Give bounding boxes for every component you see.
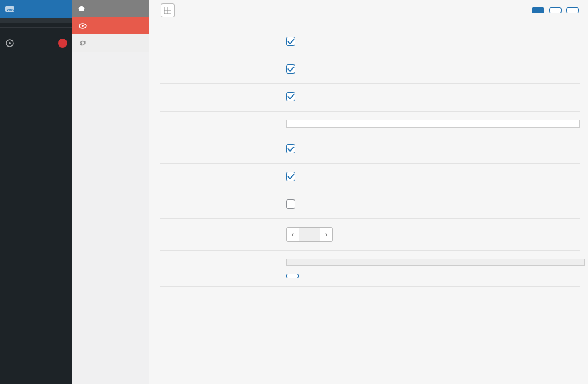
field-attach-email <box>160 84 580 112</box>
home-icon <box>78 5 86 13</box>
settings-sidebar <box>72 0 149 384</box>
field-due-date-days: ‹ › <box>160 219 580 251</box>
seo-icon <box>5 38 15 48</box>
sidebar-item-seo[interactable] <box>0 34 72 52</box>
field-show-customers <box>160 136 580 164</box>
grid-icon <box>164 7 171 14</box>
tax-rates-checkbox[interactable] <box>286 172 295 181</box>
field-attachment-2 <box>160 287 580 303</box>
status-tag-select[interactable] <box>286 120 580 128</box>
settings-content: ‹ › <box>149 0 588 384</box>
show-customers-checkbox[interactable] <box>286 144 295 153</box>
field-attachment-1 <box>160 251 580 287</box>
reset-all-button[interactable] <box>566 7 579 13</box>
content-topbar <box>160 0 580 21</box>
svg-point-5 <box>82 25 84 27</box>
import-export-button[interactable] <box>72 34 149 52</box>
eye-icon <box>79 22 87 30</box>
notification-badge <box>58 39 67 48</box>
reset-section-button[interactable] <box>549 7 562 13</box>
woo-icon: woo <box>5 4 15 14</box>
preview-button[interactable] <box>72 17 149 34</box>
svg-point-3 <box>9 42 11 44</box>
field-create-auto <box>160 56 580 84</box>
create-auto-checkbox[interactable] <box>286 64 295 74</box>
svg-text:woo: woo <box>6 7 14 11</box>
field-tax-rates <box>160 164 580 191</box>
separator <box>0 29 72 32</box>
due-days-stepper: ‹ › <box>286 227 333 242</box>
wp-admin-sidebar: woo <box>0 0 72 384</box>
stepper-decrement[interactable]: ‹ <box>287 228 299 241</box>
enable-checkbox[interactable] <box>286 37 295 46</box>
attach-email-checkbox[interactable] <box>286 92 295 101</box>
tax-before-checkbox[interactable] <box>286 199 295 209</box>
field-email-statuses <box>160 112 580 136</box>
settings-sidebar-head <box>72 0 149 17</box>
due-days-input[interactable] <box>299 228 320 241</box>
save-changes-button[interactable] <box>532 7 544 13</box>
upload-button[interactable] <box>286 274 299 278</box>
woocommerce-submenu <box>0 18 72 23</box>
layout-toggle-button[interactable] <box>161 3 175 17</box>
field-tax-before <box>160 191 580 219</box>
media-selection-box[interactable] <box>286 259 585 266</box>
separator <box>0 25 72 28</box>
refresh-icon <box>79 39 87 47</box>
stepper-increment[interactable]: › <box>320 228 332 241</box>
sidebar-item-woocommerce[interactable]: woo <box>0 0 72 18</box>
field-enable <box>160 29 580 56</box>
